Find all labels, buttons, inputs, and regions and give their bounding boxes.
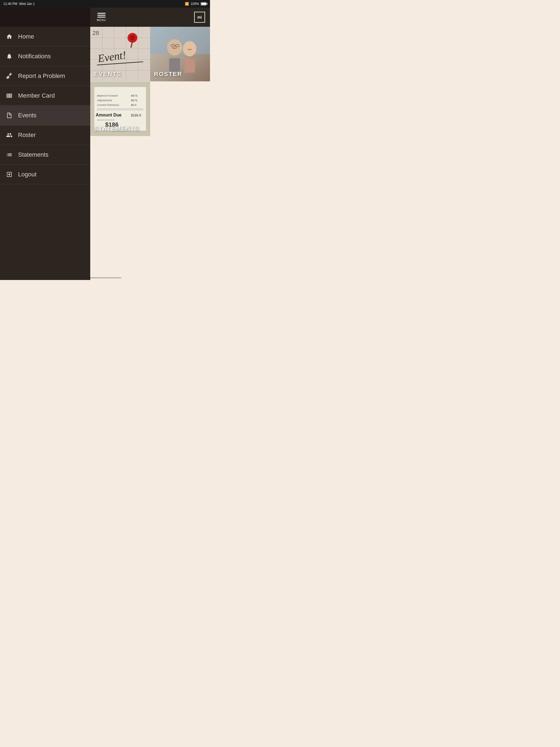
person-icon	[5, 131, 13, 139]
brand-logo: mi	[194, 12, 205, 23]
events-tile-label: EVENTS	[94, 71, 121, 78]
status-bar: 11:40 PM Wed Jan 1 📶 100%	[0, 0, 210, 8]
svg-text:$186.9: $186.9	[131, 113, 141, 117]
home-indicator	[88, 277, 121, 278]
svg-text:Current Premiums: Current Premiums	[97, 103, 119, 106]
statements-tile-label: STATEMENTS	[94, 125, 139, 132]
svg-rect-4	[9, 94, 10, 98]
tile-roster[interactable]: ROSTER	[150, 27, 210, 81]
svg-rect-1	[7, 94, 8, 98]
sidebar-item-member-card-label: Member Card	[18, 92, 55, 99]
exit-icon	[5, 171, 13, 178]
roster-tile-label: ROSTER	[154, 71, 182, 78]
list-icon	[5, 151, 13, 159]
content-area[interactable]	[90, 136, 210, 280]
brand-logo-box: mi	[194, 12, 205, 23]
sidebar-item-events[interactable]: Events	[0, 106, 90, 125]
sidebar-item-logout-label: Logout	[18, 171, 36, 178]
svg-rect-30	[184, 59, 195, 73]
sidebar-item-notifications-label: Notifications	[18, 53, 51, 60]
app-container: Home Notifications Report a Problem	[0, 8, 210, 280]
sidebar-item-roster[interactable]: Roster	[0, 125, 90, 145]
sidebar-item-report-problem[interactable]: Report a Problem	[0, 66, 90, 86]
svg-text:Adjustments: Adjustments	[97, 99, 112, 102]
brand-logo-text: mi	[198, 15, 202, 19]
sidebar-item-events-label: Events	[18, 112, 36, 119]
svg-rect-0	[6, 94, 7, 98]
battery-icon	[201, 2, 207, 5]
status-time-date: 11:40 PM Wed Jan 1	[3, 2, 35, 6]
svg-point-29	[184, 42, 195, 53]
sidebar: Home Notifications Report a Problem	[0, 8, 90, 280]
svg-text:Balance Forward: Balance Forward	[97, 94, 118, 97]
svg-text:$373.: $373.	[131, 99, 138, 102]
battery-percent: 100%	[190, 2, 199, 6]
sidebar-item-statements[interactable]: Statements	[0, 145, 90, 164]
svg-point-20	[130, 35, 135, 41]
svg-rect-6	[11, 94, 11, 98]
svg-rect-3	[9, 94, 9, 98]
home-icon	[5, 33, 13, 41]
sidebar-item-home[interactable]: Home	[0, 27, 90, 47]
menu-button[interactable]: MENU	[95, 11, 107, 23]
tile-events[interactable]: Event! 28 EVENTS	[90, 27, 150, 81]
bell-icon	[5, 52, 13, 60]
sidebar-item-home-label: Home	[18, 33, 34, 40]
file-icon	[5, 111, 13, 119]
sidebar-logo	[0, 8, 90, 27]
svg-text:$373.: $373.	[131, 94, 138, 97]
sidebar-item-member-card[interactable]: Member Card	[0, 86, 90, 106]
wrench-icon	[5, 72, 13, 80]
svg-rect-7	[12, 94, 12, 98]
sidebar-item-roster-label: Roster	[18, 131, 36, 138]
barcode-icon	[5, 92, 13, 100]
sidebar-item-report-problem-label: Report a Problem	[18, 73, 65, 80]
sidebar-item-logout[interactable]: Logout	[0, 164, 90, 184]
tile-statements[interactable]: Balance Forward Adjustments Current Prem…	[90, 81, 150, 136]
svg-text:Amount Due: Amount Due	[96, 113, 122, 117]
tiles-grid: Event! 28 EVENTS	[90, 27, 210, 136]
main-content: MENU mi	[90, 8, 210, 280]
svg-rect-27	[169, 58, 180, 72]
wifi-icon: 📶	[185, 2, 189, 6]
sidebar-item-notifications[interactable]: Notifications	[0, 47, 90, 66]
tile-empty	[150, 81, 210, 136]
status-indicators: 📶 100%	[185, 2, 207, 6]
hamburger-icon	[97, 13, 105, 18]
svg-rect-5	[10, 94, 11, 98]
svg-text:$0.0: $0.0	[131, 103, 136, 106]
top-bar: MENU mi	[90, 8, 210, 27]
sidebar-item-statements-label: Statements	[18, 151, 48, 158]
svg-text:28: 28	[93, 29, 99, 36]
svg-rect-2	[8, 94, 8, 98]
menu-label: MENU	[97, 19, 106, 22]
